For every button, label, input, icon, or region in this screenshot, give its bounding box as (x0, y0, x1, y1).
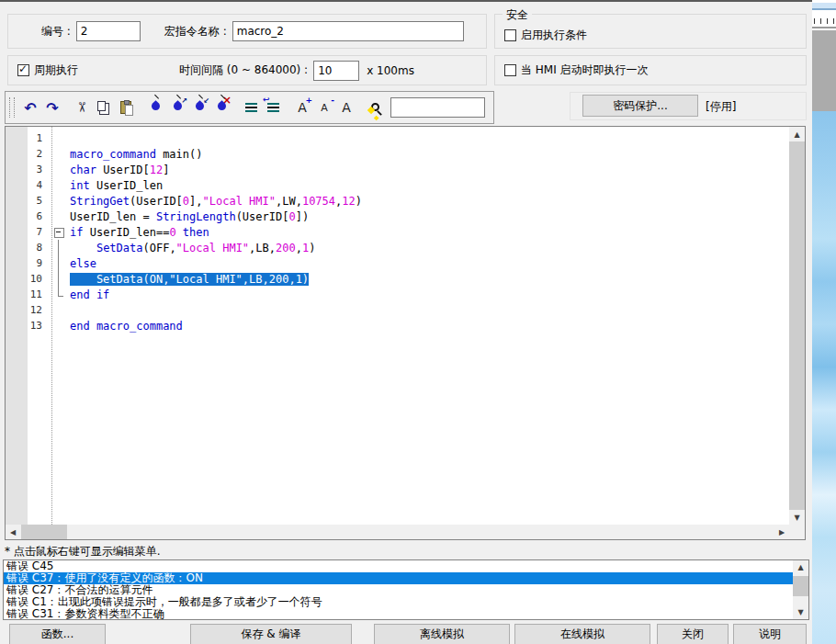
enable-condition-checkbox[interactable] (504, 29, 516, 41)
password-protect-button[interactable]: 密码保护... (582, 95, 698, 117)
code-area[interactable]: 12macro_command main()3char UserID[12]4i… (6, 130, 788, 333)
code-line[interactable]: 8 SetData(OFF,"Local HMI",LB,200,1) (6, 240, 788, 255)
line-number: 13 (6, 320, 50, 332)
fold-toggle-icon[interactable] (50, 224, 70, 240)
macro-id-label: 编号 : (41, 24, 71, 40)
bookmark-toggle-icon[interactable] (144, 96, 166, 119)
code-text[interactable]: int UserID_len (70, 179, 163, 192)
code-line[interactable]: 6UserID_len = StringLength(UserID[0]) (6, 209, 788, 224)
fold-margin (50, 271, 70, 287)
paste-icon[interactable] (115, 96, 137, 119)
code-line[interactable]: 13end macro_command (6, 318, 788, 333)
interval-input[interactable] (313, 61, 359, 81)
macro-name-input[interactable] (232, 21, 464, 41)
periodic-checkbox[interactable] (17, 64, 29, 76)
code-line[interactable]: 1 (6, 130, 788, 146)
cut-icon[interactable]: ✂ (71, 96, 93, 119)
editor-horizontal-scrollbar[interactable]: ◀ ▶ (6, 525, 789, 539)
undo-icon[interactable]: ↶ (19, 96, 41, 119)
error-item[interactable]: 错误 C1：出现此项错误提示时，一般都是多了或者少了一个符号 (4, 596, 793, 608)
functions-button[interactable]: 函数... (9, 624, 106, 644)
error-list-scrollbar[interactable]: ▲ ▼ (793, 560, 808, 619)
code-text[interactable]: end if (70, 288, 109, 301)
macro-id-group: 编号 : 宏指令名称 : (7, 14, 487, 49)
code-line[interactable]: 9else (6, 255, 788, 271)
line-number: 12 (6, 304, 50, 316)
search-icon[interactable] (365, 96, 387, 119)
line-number: 2 (6, 148, 50, 160)
copy-icon[interactable] (93, 96, 115, 119)
macro-id-input[interactable] (76, 21, 141, 41)
fold-margin (50, 209, 70, 224)
line-number: 8 (6, 242, 50, 254)
online-sim-button[interactable]: 在线模拟 (514, 624, 650, 644)
scroll-up-icon[interactable]: ▲ (789, 127, 805, 141)
fold-margin (50, 177, 70, 193)
scroll-left-icon[interactable]: ◀ (6, 525, 20, 539)
font-decrease-icon[interactable]: A (313, 96, 335, 119)
code-text[interactable]: macro_command main() (70, 148, 203, 161)
font-increase-icon[interactable]: A (291, 96, 313, 119)
run-on-startup-checkbox[interactable] (504, 64, 516, 76)
indent-icon[interactable] (240, 96, 262, 119)
startup-group: 当 HMI 启动时即执行一次 (494, 55, 807, 85)
font-icon[interactable]: A (335, 96, 357, 119)
outdent-icon[interactable] (262, 96, 284, 119)
error-scrollbar-thumb[interactable] (793, 576, 808, 596)
line-number: 10 (6, 273, 50, 285)
scrollbar-corner (789, 525, 805, 539)
save-compile-button[interactable]: 保存 & 编译 (190, 624, 352, 644)
footer-button-bar: 函数...保存 & 编译离线模拟在线模拟关闭说明 (0, 623, 812, 644)
help-button[interactable]: 说明 (733, 624, 807, 644)
line-number: 4 (6, 179, 50, 191)
code-text[interactable]: else (70, 257, 96, 270)
error-item[interactable]: 错误 C27：不合法的运算元件 (4, 584, 793, 596)
code-line[interactable]: 2macro_command main() (6, 146, 788, 162)
scroll-right-icon[interactable]: ▶ (774, 525, 789, 539)
offline-sim-button[interactable]: 离线模拟 (374, 624, 510, 644)
horizontal-scrollbar-thumb[interactable] (21, 525, 67, 539)
code-text[interactable]: if UserID_len==0 then (70, 226, 209, 239)
editor-toolbar: ↶↷✂AAA (5, 91, 494, 124)
bookmark-clear-icon[interactable] (210, 96, 232, 119)
code-text[interactable]: UserID_len = StringLength(UserID[0]) (70, 210, 309, 223)
code-text[interactable]: StringGet(UserID[0],"Local HMI",LW,10754… (70, 195, 362, 208)
bookmark-next-icon[interactable] (166, 96, 188, 119)
periodic-group: 周期执行 时间间隔 (0 ~ 864000) : x 100ms (7, 55, 487, 85)
code-line[interactable]: 7if UserID_len==0 then (6, 224, 788, 240)
code-line[interactable]: 4int UserID_len (6, 177, 788, 193)
error-item[interactable]: 错误 C31：参数资料类型不正确 (4, 608, 793, 620)
fold-margin (50, 287, 70, 302)
toolbar-gripper[interactable] (9, 97, 15, 118)
line-number: 7 (6, 226, 50, 238)
editor-vertical-scrollbar[interactable]: ▲ ▼ (789, 127, 805, 525)
code-line[interactable]: 3char UserID[12] (6, 162, 788, 177)
error-scroll-up-icon[interactable]: ▲ (793, 560, 808, 574)
close-button[interactable]: 关闭 (657, 624, 729, 644)
code-text[interactable]: end macro_command (70, 320, 183, 333)
code-line[interactable]: 5StringGet(UserID[0],"Local HMI",LW,1075… (6, 193, 788, 209)
error-list[interactable]: 错误 C45错误 C37：使用了没有定义的函数：ON错误 C27：不合法的运算元… (3, 559, 809, 620)
code-text[interactable]: SetData(OFF,"Local HMI",LB,200,1) (70, 242, 315, 254)
periodic-label: 周期执行 (34, 62, 78, 78)
code-line[interactable]: 11end if (6, 287, 788, 302)
interval-unit-label: x 100ms (367, 64, 414, 77)
security-group-caption: 安全 (503, 7, 532, 23)
code-line[interactable]: 12 (6, 302, 788, 318)
bookmark-prev-icon[interactable] (188, 96, 210, 119)
code-editor[interactable]: 12macro_command main()3char UserID[12]4i… (5, 126, 806, 540)
fold-margin (50, 240, 70, 255)
line-number: 11 (6, 288, 50, 300)
redo-icon[interactable]: ↷ (41, 96, 63, 119)
scroll-down-icon[interactable]: ▼ (789, 510, 805, 525)
error-item[interactable]: 错误 C37：使用了没有定义的函数：ON (4, 572, 793, 584)
edit-hint-label: * 点击鼠标右键可显示编辑菜单. (5, 544, 161, 559)
code-text[interactable]: char UserID[12] (70, 164, 169, 176)
code-line[interactable]: 10 SetData(ON,"Local HMI",LB,200,1) (6, 271, 788, 287)
vertical-scrollbar-thumb[interactable] (789, 141, 805, 510)
fold-margin (50, 146, 70, 162)
search-input[interactable] (390, 97, 485, 118)
error-item[interactable]: 错误 C45 (4, 560, 793, 572)
error-scroll-down-icon[interactable]: ▼ (793, 605, 808, 619)
selected-code-text[interactable]: SetData(ON,"Local HMI",LB,200,1) (70, 273, 309, 286)
